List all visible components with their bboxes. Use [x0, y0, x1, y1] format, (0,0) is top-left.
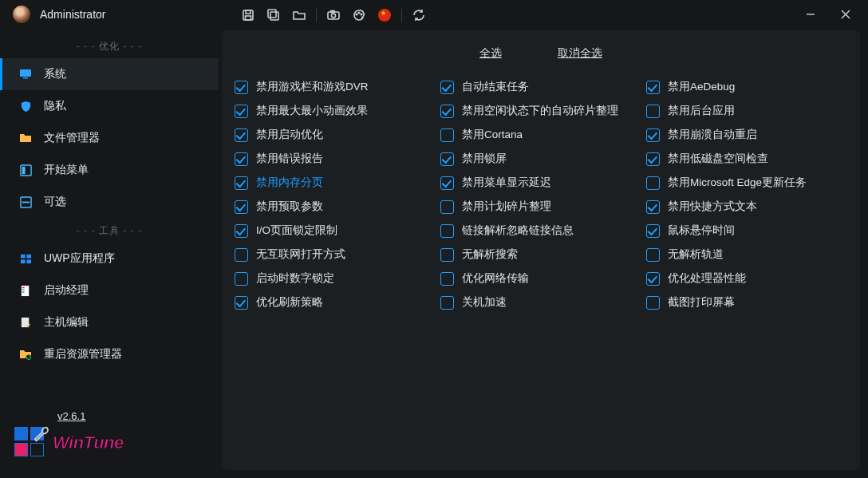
- option-label: I/O页面锁定限制: [256, 223, 337, 238]
- open-folder-icon[interactable]: [290, 6, 308, 24]
- launch-mgr-icon: [18, 283, 33, 298]
- separator: [316, 9, 317, 22]
- option-checkbox[interactable]: 禁用Cortana: [440, 123, 641, 147]
- options-grid: 禁用游戏栏和游戏DVR禁用最大最小动画效果禁用启动优化禁用错误报告禁用内存分页禁…: [230, 75, 852, 314]
- sidebar-item-system[interactable]: 系统: [0, 58, 219, 90]
- option-label: 链接解析忽略链接信息: [462, 223, 574, 238]
- option-checkbox[interactable]: 优化刷新策略: [235, 290, 436, 314]
- option-checkbox[interactable]: 禁用低磁盘空间检查: [646, 147, 847, 171]
- svg-rect-7: [270, 12, 278, 20]
- camera-icon[interactable]: [325, 6, 342, 24]
- option-checkbox[interactable]: 禁用计划碎片整理: [440, 195, 641, 219]
- uwp-icon: [18, 251, 33, 266]
- checkbox-icon: [440, 152, 454, 166]
- sidebar-item-label: 重启资源管理器: [44, 347, 122, 361]
- select-all-link[interactable]: 全选: [479, 46, 502, 61]
- option-label: 禁用AeDebug: [668, 80, 735, 94]
- checkbox-icon: [235, 200, 248, 214]
- svg-rect-4: [246, 10, 251, 14]
- option-checkbox[interactable]: 优化网络传输: [440, 267, 641, 290]
- save-all-icon[interactable]: [265, 6, 282, 24]
- sidebar-item-label: 文件管理器: [44, 131, 100, 145]
- option-checkbox[interactable]: 禁用错误报告: [235, 147, 436, 171]
- close-button[interactable]: [830, 3, 862, 26]
- option-label: 禁用内存分页: [256, 176, 323, 190]
- checkbox-icon: [646, 296, 660, 310]
- section-optimize: 优化: [0, 34, 219, 58]
- checkbox-icon: [235, 81, 248, 94]
- svg-rect-22: [20, 259, 25, 263]
- checkbox-icon: [440, 176, 454, 190]
- option-checkbox[interactable]: 无解析轨道: [646, 243, 847, 267]
- save-icon[interactable]: [239, 6, 257, 24]
- deselect-all-link[interactable]: 取消全选: [558, 46, 602, 61]
- svg-rect-20: [20, 254, 25, 258]
- option-checkbox[interactable]: 禁用内存分页: [235, 171, 436, 195]
- section-tools: 工具: [0, 218, 219, 243]
- option-checkbox[interactable]: 禁用崩溃自动重启: [646, 123, 847, 147]
- checkbox-icon: [646, 176, 660, 190]
- option-checkbox[interactable]: 链接解析忽略链接信息: [440, 219, 641, 243]
- sidebar-item-restart-explorer[interactable]: 重启资源管理器: [0, 338, 219, 370]
- option-label: 禁用锁屏: [462, 152, 507, 166]
- sidebar-item-launch-manager[interactable]: 启动经理: [0, 275, 219, 306]
- sidebar-item-optional[interactable]: 可选: [0, 186, 219, 218]
- separator: [401, 9, 402, 22]
- option-checkbox[interactable]: 截图打印屏幕: [646, 290, 847, 314]
- palette-icon[interactable]: [350, 6, 368, 24]
- option-checkbox[interactable]: 无解析搜索: [440, 243, 641, 267]
- option-checkbox[interactable]: 禁用快捷方式文本: [646, 195, 847, 219]
- checkbox-icon: [440, 224, 454, 238]
- option-checkbox[interactable]: 禁用锁屏: [440, 147, 641, 171]
- restart-explorer-icon: [18, 347, 33, 361]
- checkbox-icon: [646, 272, 660, 286]
- checkbox-icon: [440, 128, 454, 142]
- option-checkbox[interactable]: 禁用空闲状态下的自动碎片整理: [440, 99, 641, 123]
- sidebar-item-file-manager[interactable]: 文件管理器: [0, 122, 219, 154]
- option-checkbox[interactable]: 自动结束任务: [440, 75, 641, 99]
- option-checkbox[interactable]: 禁用菜单显示延迟: [440, 171, 641, 195]
- option-label: 禁用后台应用: [668, 104, 735, 118]
- checkbox-icon: [235, 272, 248, 286]
- option-checkbox[interactable]: I/O页面锁定限制: [235, 219, 436, 243]
- option-checkbox[interactable]: 无互联网打开方式: [235, 243, 436, 267]
- option-label: 关机加速: [462, 295, 507, 310]
- checkbox-icon: [646, 152, 660, 166]
- option-checkbox[interactable]: 优化处理器性能: [646, 267, 847, 290]
- option-checkbox[interactable]: 禁用AeDebug: [646, 75, 847, 99]
- option-checkbox[interactable]: 关机加速: [440, 290, 641, 314]
- svg-rect-21: [26, 254, 31, 258]
- svg-rect-15: [23, 77, 28, 79]
- sidebar-item-start-menu[interactable]: 开始菜单: [0, 154, 219, 186]
- checkbox-icon: [235, 128, 248, 142]
- svg-rect-23: [26, 259, 31, 263]
- option-label: 禁用Cortana: [462, 128, 523, 142]
- svg-point-11: [356, 14, 357, 15]
- option-checkbox[interactable]: 禁用最大最小动画效果: [235, 99, 436, 123]
- option-label: 禁用低磁盘空间检查: [668, 152, 768, 166]
- minimize-button[interactable]: [795, 3, 827, 26]
- optional-icon: [18, 195, 33, 209]
- option-label: 禁用启动优化: [256, 128, 323, 142]
- option-label: 优化网络传输: [462, 271, 529, 286]
- option-checkbox[interactable]: 禁用预取参数: [235, 195, 436, 219]
- sidebar-item-host-edit[interactable]: 主机编辑: [0, 306, 219, 338]
- option-checkbox[interactable]: 禁用后台应用: [646, 99, 847, 123]
- svg-rect-27: [22, 291, 24, 292]
- language-flag-icon[interactable]: [376, 6, 393, 24]
- version-link[interactable]: v2.6.1: [57, 410, 85, 422]
- option-checkbox[interactable]: 禁用游戏栏和游戏DVR: [235, 75, 436, 99]
- sidebar-item-privacy[interactable]: 隐私: [0, 90, 219, 122]
- sidebar-item-uwp[interactable]: UWP应用程序: [0, 243, 219, 275]
- option-checkbox[interactable]: 鼠标悬停时间: [646, 219, 847, 243]
- checkbox-icon: [646, 200, 660, 214]
- option-label: 禁用预取参数: [256, 199, 323, 214]
- option-checkbox[interactable]: 禁用Microsoft Edge更新任务: [646, 171, 847, 195]
- checkbox-icon: [646, 128, 660, 142]
- refresh-icon[interactable]: [410, 6, 428, 24]
- checkbox-icon: [235, 224, 248, 238]
- option-checkbox[interactable]: 启动时数字锁定: [235, 267, 436, 290]
- sidebar-item-label: 系统: [44, 67, 66, 81]
- option-label: 启动时数字锁定: [256, 271, 334, 286]
- option-checkbox[interactable]: 禁用启动优化: [235, 123, 436, 147]
